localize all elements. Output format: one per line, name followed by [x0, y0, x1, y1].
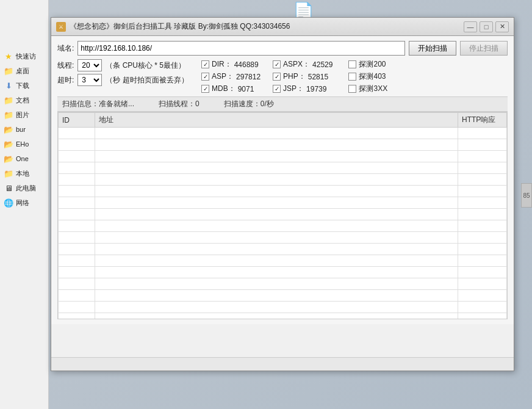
star-icon: ★ — [4, 51, 13, 61]
sidebar-item-label: EHo — [16, 140, 29, 148]
table-row — [59, 151, 507, 162]
sidebar-item-label: One — [16, 155, 29, 162]
table-row — [59, 186, 507, 197]
sidebar-item-echo[interactable]: 📂 EHo — [0, 137, 48, 151]
sidebar-item-pictures[interactable]: 📁 图片 — [0, 107, 48, 122]
table-row — [59, 267, 507, 278]
table-row — [59, 278, 507, 290]
sidebar-item-label: 快速访 — [16, 52, 36, 61]
detect200-label: 探测200 — [359, 59, 386, 70]
sidebar-item-label: 图片 — [16, 110, 29, 120]
table-body — [59, 128, 507, 320]
sidebar-item-label: 本地 — [16, 169, 29, 178]
detect-3xx: 探测3XX — [348, 84, 387, 94]
aspx-value: 42529 — [312, 60, 332, 69]
table-row — [59, 220, 507, 232]
checkbox-asp-input[interactable] — [201, 73, 209, 81]
sidebar-item-desktop[interactable]: 📁 桌面 — [0, 63, 48, 78]
sidebar-item-quick-access[interactable]: ★ 快速访 — [0, 49, 48, 63]
start-scan-button[interactable]: 开始扫描 — [409, 41, 456, 56]
table-row — [59, 232, 507, 244]
col-id: ID — [59, 113, 95, 128]
table-row — [59, 162, 507, 174]
close-button[interactable]: ✕ — [495, 21, 509, 32]
sidebar-item-this-pc[interactable]: 🖥 此电脑 — [0, 181, 48, 195]
checkbox-jsp: JSP： 19739 — [273, 84, 332, 94]
table-row — [59, 290, 507, 302]
scan-results-table-container: ID 地址 HTTP响应 — [57, 112, 508, 319]
detect-200: 探测200 — [348, 59, 387, 70]
bottom-status-bar — [51, 357, 514, 371]
detect403-label: 探测403 — [359, 71, 386, 82]
table-row — [59, 197, 507, 209]
checkbox-php-input[interactable] — [273, 73, 281, 81]
desktop: ★ 快速访 📁 桌面 ⬇ 下载 📁 文档 📁 图片 📂 bur 📂 EHo 📂 — [0, 0, 532, 409]
checkbox-php: PHP： 52815 — [273, 71, 332, 82]
mdb-value: 9071 — [238, 85, 254, 93]
maximize-button[interactable]: □ — [480, 21, 493, 32]
checkbox-jsp-input[interactable] — [273, 85, 281, 93]
aspx-label: ASPX： — [283, 59, 310, 70]
sidebar-item-label: 网络 — [16, 198, 29, 208]
pc-icon: 🖥 — [4, 183, 13, 193]
sidebar-item-label: 文档 — [16, 96, 29, 105]
stop-scan-button[interactable]: 停止扫描 — [460, 41, 508, 56]
checkbox-group-left: DIR： 446889 ASP： 297812 MDB： 9071 — [201, 59, 261, 94]
detect3xx-input[interactable] — [348, 85, 356, 93]
checkbox-asp: ASP： 297812 — [201, 71, 261, 82]
checkbox-aspx-input[interactable] — [273, 60, 281, 68]
checkbox-aspx: ASPX： 42529 — [273, 59, 332, 70]
domain-label: 域名: — [57, 43, 74, 54]
folder-icon: 📁 — [4, 95, 13, 105]
status-bar: 扫描信息：准备就绪... 扫描线程：0 扫描速度：0/秒 — [57, 96, 508, 112]
thread-select[interactable]: 20 10 50 — [77, 59, 102, 71]
table-row — [59, 139, 507, 151]
sidebar-item-label: 下载 — [16, 81, 29, 90]
checkbox-dir-input[interactable] — [201, 60, 209, 68]
checkbox-mdb-input[interactable] — [201, 85, 209, 93]
checkbox-group-right: ASPX： 42529 PHP： 52815 JSP： 19739 — [273, 59, 332, 94]
sidebar-item-local[interactable]: 📁 本地 — [0, 166, 48, 181]
sidebar-item-download[interactable]: ⬇ 下载 — [0, 78, 48, 93]
domain-row: 域名: 开始扫描 停止扫描 — [57, 41, 508, 56]
php-value: 52815 — [308, 73, 328, 81]
table-header-row: ID 地址 HTTP响应 — [59, 113, 507, 128]
folder-orange-icon: 📂 — [4, 154, 13, 164]
minimize-button[interactable]: — — [464, 21, 477, 32]
window-controls: — □ ✕ — [464, 21, 509, 32]
detect403-input[interactable] — [348, 73, 356, 81]
scan-results-table: ID 地址 HTTP响应 — [58, 112, 507, 319]
app-icon: ⚔ — [56, 22, 66, 32]
sidebar: ★ 快速访 📁 桌面 ⬇ 下载 📁 文档 📁 图片 📂 bur 📂 EHo 📂 — [0, 0, 49, 409]
network-icon: 🌐 — [4, 198, 13, 208]
php-label: PHP： — [283, 71, 306, 82]
sidebar-item-documents[interactable]: 📁 文档 — [0, 93, 48, 107]
checkbox-dir: DIR： 446889 — [201, 59, 261, 70]
sidebar-item-bur[interactable]: 📂 bur — [0, 122, 48, 137]
timeout-hint: （秒 超时拍页面被丢弃） — [106, 75, 188, 85]
folder-icon: 📁 — [4, 66, 13, 76]
sidebar-item-one[interactable]: 📂 One — [0, 151, 48, 166]
col-http: HTTP响应 — [458, 113, 507, 128]
dir-label: DIR： — [212, 59, 232, 70]
download-icon: ⬇ — [4, 81, 13, 90]
sidebar-item-network[interactable]: 🌐 网络 — [0, 195, 48, 210]
col-address: 地址 — [95, 113, 458, 128]
detect3xx-label: 探测3XX — [359, 84, 387, 94]
folder-icon: 📁 — [4, 168, 13, 178]
timeout-row: 超时: 3 5 10 （秒 超时拍页面被丢弃） — [57, 74, 192, 86]
title-bar-left: ⚔ 《想念初恋》御剑后台扫描工具 珍藏版 By:御剑孤独 QQ:34303465… — [56, 21, 290, 32]
sidebar-item-label: 桌面 — [16, 67, 29, 76]
table-row — [59, 302, 507, 313]
timeout-label: 超时: — [57, 75, 74, 85]
detect200-input[interactable] — [348, 60, 356, 68]
thread-row: 线程: 20 10 50 （条 CPU核心 * 5最佳） — [57, 59, 192, 71]
detect-group: 探测200 探测403 探测3XX — [348, 59, 387, 94]
thread-label: 线程: — [57, 60, 74, 71]
domain-input[interactable] — [77, 41, 405, 56]
asp-label: ASP： — [212, 71, 234, 82]
table-row — [59, 209, 507, 220]
timeout-select[interactable]: 3 5 10 — [77, 74, 102, 86]
scan-info: 扫描信息：准备就绪... — [62, 99, 134, 109]
table-row — [59, 244, 507, 255]
